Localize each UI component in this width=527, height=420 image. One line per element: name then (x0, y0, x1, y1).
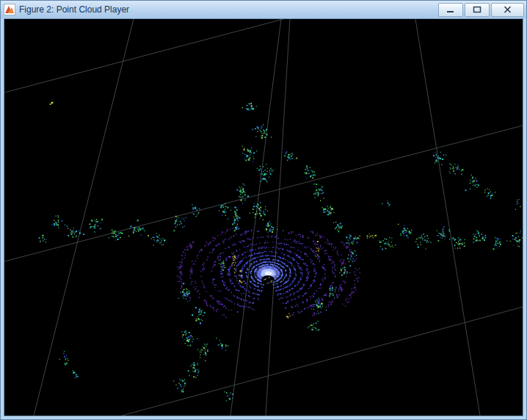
titlebar[interactable]: Figure 2: Point Cloud Player (1, 1, 526, 18)
maximize-button[interactable] (465, 3, 490, 17)
minimize-button[interactable] (438, 3, 463, 17)
matlab-figure-icon (4, 4, 15, 15)
point-cloud-viewport (4, 18, 523, 416)
maximize-icon (473, 6, 481, 13)
figure-window: Figure 2: Point Cloud Player (0, 0, 527, 420)
close-button[interactable] (491, 3, 524, 17)
close-icon (504, 6, 512, 13)
minimize-icon (446, 6, 455, 13)
window-controls (438, 3, 524, 17)
point-cloud-canvas[interactable] (4, 19, 523, 416)
window-title: Figure 2: Point Cloud Player (19, 1, 438, 18)
